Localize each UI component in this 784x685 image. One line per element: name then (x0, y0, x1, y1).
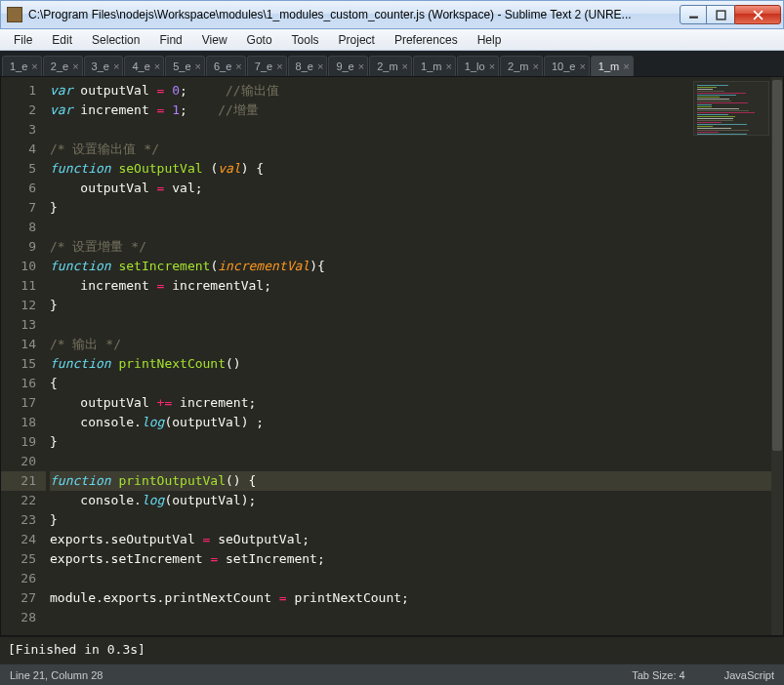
menubar: FileEditSelectionFindViewGotoToolsProjec… (0, 29, 784, 51)
tab-close-icon[interactable]: × (445, 60, 451, 72)
code-line: function setIncrement(incrementVal){ (50, 257, 783, 276)
tab-label: 7_e (255, 60, 272, 72)
line-number: 5 (1, 159, 36, 179)
menu-selection[interactable]: Selection (82, 31, 149, 49)
syntax-mode[interactable]: JavaScript (724, 669, 774, 681)
tab-6[interactable]: 7_e× (247, 56, 287, 76)
window-title: C:\Program Files\nodejs\Workspace\module… (28, 8, 681, 21)
line-number: 1 (1, 81, 36, 101)
code-line: /* 设置输出值 */ (50, 140, 783, 159)
code-line: increment = incrementVal; (50, 276, 783, 296)
code-line: exports.seOutputVal = seOutputVal; (50, 530, 783, 549)
tab-close-icon[interactable]: × (276, 60, 282, 72)
tab-close-icon[interactable]: × (623, 60, 629, 72)
gutter: 1234567891011121314151617181920212223242… (1, 77, 46, 635)
tab-close-icon[interactable]: × (154, 60, 160, 72)
code-line: } (50, 198, 783, 218)
line-number: 27 (1, 588, 36, 608)
code-line (50, 569, 783, 588)
menu-tools[interactable]: Tools (282, 31, 329, 49)
code-line: } (50, 296, 783, 315)
tab-14[interactable]: 1_m× (591, 56, 634, 76)
minimap[interactable] (693, 81, 769, 136)
minimize-button[interactable] (680, 5, 707, 24)
line-number: 7 (1, 198, 36, 218)
code-line (50, 452, 783, 471)
code-line: console.log(outputVal); (50, 491, 783, 510)
line-number: 18 (1, 413, 36, 432)
tab-size[interactable]: Tab Size: 4 (632, 669, 684, 681)
menu-preferences[interactable]: Preferences (385, 31, 468, 49)
tab-close-icon[interactable]: × (72, 60, 78, 72)
tab-13[interactable]: 10_e× (544, 56, 590, 76)
tab-4[interactable]: 5_e× (165, 56, 205, 76)
menu-goto[interactable]: Goto (237, 31, 282, 49)
tab-label: 1_e (10, 60, 27, 72)
code-line: function printNextCount() (50, 354, 783, 374)
tab-label: 8_e (296, 60, 313, 72)
tab-3[interactable]: 4_e× (124, 56, 164, 76)
tab-label: 6_e (214, 60, 231, 72)
tab-close-icon[interactable]: × (579, 60, 585, 72)
cursor-position[interactable]: Line 21, Column 28 (10, 669, 103, 681)
menu-file[interactable]: File (4, 31, 42, 49)
menu-project[interactable]: Project (329, 31, 385, 49)
line-number: 23 (1, 510, 36, 530)
code-line: exports.setIncrement = setIncrement; (50, 549, 783, 569)
line-number: 17 (1, 393, 36, 413)
menu-help[interactable]: Help (468, 31, 512, 49)
menu-find[interactable]: Find (149, 31, 191, 49)
line-number: 15 (1, 354, 36, 374)
tab-12[interactable]: 2_m× (500, 56, 543, 76)
close-button[interactable] (734, 5, 781, 24)
scrollbar-thumb[interactable] (772, 80, 782, 451)
tab-label: 4_e (132, 60, 149, 72)
titlebar: C:\Program Files\nodejs\Workspace\module… (0, 0, 784, 29)
menu-edit[interactable]: Edit (42, 31, 82, 49)
line-number: 9 (1, 237, 36, 257)
build-output: [Finished in 0.3s] (0, 636, 784, 664)
tab-label: 1_m (598, 60, 619, 72)
code-line: module.exports.printNextCount = printNex… (50, 588, 783, 608)
tab-label: 2_m (508, 60, 528, 72)
tab-10[interactable]: 1_m× (413, 56, 456, 76)
tab-close-icon[interactable]: × (358, 60, 364, 72)
statusbar: Line 21, Column 28 Tab Size: 4 JavaScrip… (0, 664, 784, 685)
vertical-scrollbar[interactable] (771, 77, 783, 635)
tab-8[interactable]: 9_e× (328, 56, 368, 76)
maximize-button[interactable] (706, 5, 735, 24)
tab-5[interactable]: 6_e× (206, 56, 246, 76)
tab-close-icon[interactable]: × (113, 60, 119, 72)
tab-2[interactable]: 3_e× (84, 56, 124, 76)
app-icon (7, 7, 22, 22)
tab-close-icon[interactable]: × (317, 60, 323, 72)
line-number: 2 (1, 101, 36, 120)
code-line: } (50, 510, 783, 530)
tab-9[interactable]: 2_m× (369, 56, 412, 76)
code-line: { (50, 374, 783, 393)
svg-rect-0 (689, 16, 698, 18)
tab-label: 3_e (92, 60, 109, 72)
tab-close-icon[interactable]: × (235, 60, 241, 72)
line-number: 25 (1, 549, 36, 569)
tab-0[interactable]: 1_e× (2, 56, 42, 76)
code-line: function seOutputVal (val) { (50, 159, 783, 179)
tab-11[interactable]: 1_lo× (457, 56, 499, 76)
code-area[interactable]: var outputVal = 0; //输出值var increment = … (46, 77, 783, 635)
line-number: 14 (1, 335, 36, 354)
tab-1[interactable]: 2_e× (43, 56, 83, 76)
tab-7[interactable]: 8_e× (288, 56, 328, 76)
tab-close-icon[interactable]: × (402, 60, 408, 72)
tab-close-icon[interactable]: × (31, 60, 37, 72)
tab-close-icon[interactable]: × (489, 60, 495, 72)
tab-close-icon[interactable]: × (533, 60, 539, 72)
line-number: 12 (1, 296, 36, 315)
line-number: 16 (1, 374, 36, 393)
line-number: 22 (1, 491, 36, 510)
line-number: 19 (1, 432, 36, 452)
tab-label: 1_lo (465, 60, 485, 72)
line-number: 13 (1, 315, 36, 335)
menu-view[interactable]: View (192, 31, 237, 49)
tab-close-icon[interactable]: × (195, 60, 201, 72)
code-line: /* 设置增量 */ (50, 237, 783, 257)
